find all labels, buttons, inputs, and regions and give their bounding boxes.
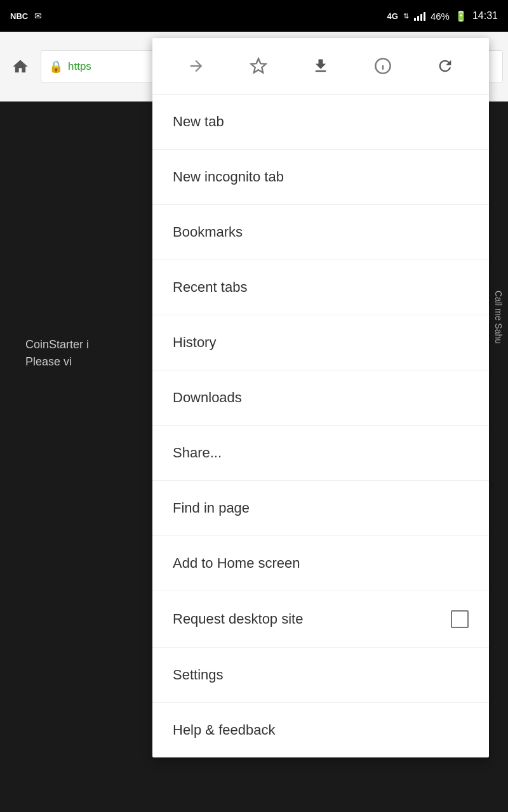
dropdown-menu: New tabNew incognito tabBookmarksRecent … (152, 38, 489, 757)
menu-item-label-bookmarks: Bookmarks (173, 224, 243, 240)
menu-item-new-incognito-tab[interactable]: New incognito tab (152, 150, 489, 205)
battery-percentage: 46% (431, 11, 450, 22)
menu-item-label-recent-tabs: Recent tabs (173, 279, 247, 296)
checkbox-request-desktop-site[interactable] (451, 610, 469, 628)
clock: 14:31 (472, 10, 498, 22)
menu-item-request-desktop-site[interactable]: Request desktop site (152, 591, 489, 648)
menu-item-help-feedback[interactable]: Help & feedback (152, 703, 489, 757)
menu-item-find-in-page[interactable]: Find in page (152, 481, 489, 536)
menu-item-share[interactable]: Share... (152, 426, 489, 481)
bookmark-button[interactable] (242, 49, 275, 82)
menu-item-label-new-incognito-tab: New incognito tab (173, 169, 284, 185)
cnbc-icon: NBC (10, 11, 28, 21)
side-label: Call me Sahu (489, 254, 508, 381)
menu-item-recent-tabs[interactable]: Recent tabs (152, 260, 489, 315)
menu-item-settings[interactable]: Settings (152, 648, 489, 703)
menu-item-label-find-in-page: Find in page (173, 500, 250, 516)
menu-item-label-help-feedback: Help & feedback (173, 722, 275, 738)
menu-item-history[interactable]: History (152, 315, 489, 370)
forward-button[interactable] (180, 49, 213, 82)
download-button[interactable] (304, 49, 337, 82)
refresh-button[interactable] (429, 49, 462, 82)
menu-item-label-history: History (173, 334, 216, 351)
status-bar-right: 4G ⇅ 46% 🔋 14:31 (387, 10, 498, 22)
webpage-line1: CoinStarter i (25, 336, 89, 353)
webpage-line2: Please vi (25, 353, 89, 370)
network-type: 4G (387, 11, 398, 21)
gmail-icon: ✉ (34, 11, 42, 21)
status-bar-left: NBC ✉ (10, 11, 42, 21)
menu-toolbar (152, 38, 489, 95)
lock-icon: 🔒 (49, 60, 63, 74)
menu-item-bookmarks[interactable]: Bookmarks (152, 205, 489, 260)
info-button[interactable] (366, 49, 399, 82)
signal-bars-icon (414, 11, 425, 21)
data-arrows-icon: ⇅ (403, 12, 409, 20)
menu-item-add-to-home-screen[interactable]: Add to Home screen (152, 536, 489, 591)
address-text: https (68, 60, 91, 73)
menu-item-label-request-desktop-site: Request desktop site (173, 611, 303, 627)
menu-item-downloads[interactable]: Downloads (152, 370, 489, 426)
menu-item-label-share: Share... (173, 445, 222, 461)
webpage-content: CoinStarter i Please vi (25, 336, 89, 370)
menu-item-label-new-tab: New tab (173, 114, 224, 130)
battery-icon: 🔋 (455, 10, 467, 22)
status-bar: NBC ✉ 4G ⇅ 46% 🔋 14:31 (0, 0, 508, 32)
home-button[interactable] (5, 51, 36, 82)
menu-item-label-downloads: Downloads (173, 390, 242, 406)
menu-item-new-tab[interactable]: New tab (152, 95, 489, 150)
menu-item-label-settings: Settings (173, 667, 224, 683)
menu-item-label-add-to-home-screen: Add to Home screen (173, 555, 300, 572)
menu-items-list: New tabNew incognito tabBookmarksRecent … (152, 95, 489, 757)
